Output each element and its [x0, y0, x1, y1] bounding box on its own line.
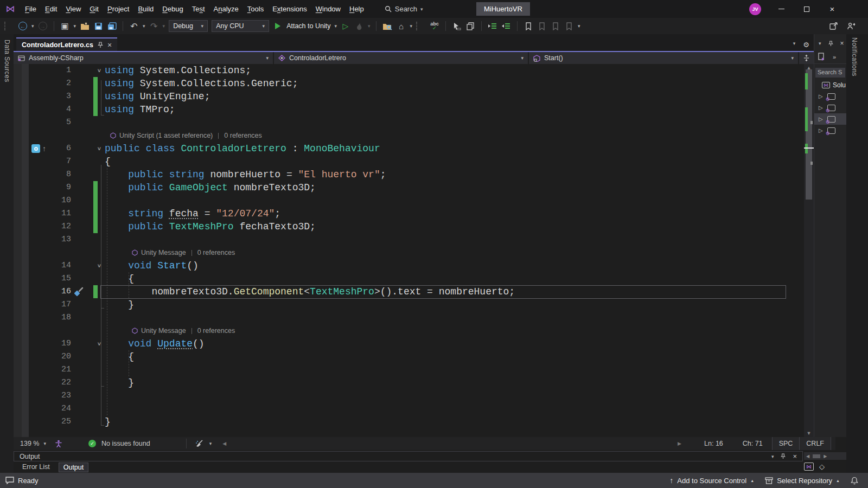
visual-studio-feedback-icon[interactable]: ⋈ — [804, 463, 814, 471]
open-folder-button[interactable] — [80, 20, 90, 32]
codelens-references[interactable]: 0 references — [224, 132, 261, 139]
solution-search-input[interactable]: Search S — [815, 68, 845, 78]
code-text[interactable]: } — [105, 415, 111, 428]
panel-dropdown-icon[interactable]: ▾ — [771, 454, 774, 459]
indentation-indicator[interactable]: SPC — [772, 437, 800, 450]
code-text[interactable]: public class ControladorLetrero : MonoBe… — [105, 142, 380, 155]
project-dropdown[interactable]: Assembly-CSharp ▾ — [14, 52, 274, 64]
code-editor[interactable]: 1∨using System.Collections;2using System… — [14, 64, 804, 437]
codelens-label[interactable]: Unity Script (1 asset reference) — [119, 132, 213, 139]
split-editor-button[interactable] — [799, 52, 814, 64]
undo-button[interactable]: ↶ — [129, 20, 139, 32]
pin-tab-icon[interactable] — [98, 42, 103, 48]
hscroll-left-icon[interactable]: ◀ — [222, 441, 226, 446]
solution-item-project-4[interactable]: ▷ — [814, 125, 846, 136]
menu-git[interactable]: Git — [85, 5, 103, 13]
health-indicator-icon[interactable]: ✓ — [88, 440, 96, 447]
new-project-button[interactable]: ▣ — [60, 20, 70, 32]
send-feedback-icon[interactable] — [829, 20, 839, 32]
zoom-select[interactable]: 139 %▾ — [18, 440, 48, 447]
panel-close-icon[interactable]: × — [793, 452, 797, 460]
panel-pin-icon[interactable] — [828, 41, 833, 47]
live-share-icon[interactable] — [846, 20, 856, 32]
scroll-down-icon[interactable]: ▼ — [804, 431, 814, 436]
codelens-label[interactable]: Unity Message — [141, 249, 186, 256]
code-text[interactable]: using System.Collections; — [105, 64, 251, 77]
expand-chevron-icon[interactable]: ▷ — [819, 116, 823, 122]
save-all-button[interactable] — [107, 20, 117, 32]
scroll-left-icon[interactable]: ◀ — [806, 454, 809, 459]
line-ending-indicator[interactable]: CRLF — [799, 437, 831, 450]
tab-controladorletrero[interactable]: ControladorLetrero.cs × — [16, 37, 117, 51]
code-text[interactable]: string fecha = "12/07/24"; — [105, 207, 280, 220]
navigate-back-dropdown-icon[interactable]: ▾ — [31, 23, 34, 29]
menu-window[interactable]: Window — [311, 5, 345, 13]
send-a-smile-icon[interactable]: ◇ — [819, 463, 825, 471]
spell-check-icon[interactable]: abc ✓ — [430, 20, 439, 32]
increase-indent-icon[interactable] — [501, 20, 511, 32]
type-dropdown[interactable]: ControladorLetrero ▾ — [274, 52, 529, 64]
solution-item-project-2[interactable]: ▷ — [814, 102, 846, 113]
hscroll-right-icon[interactable]: ▶ — [678, 441, 681, 446]
menu-extensions[interactable]: Extensions — [268, 5, 311, 13]
tab-output[interactable]: Output — [59, 463, 89, 472]
search-control[interactable]: Search ▾ — [385, 5, 423, 13]
select-repository-button[interactable]: Select Repository ▲ — [765, 477, 840, 485]
panel-dropdown-icon[interactable]: ▾ — [819, 41, 821, 46]
data-sources-tab[interactable]: Data Sources — [3, 40, 11, 82]
menu-test[interactable]: Test — [188, 5, 209, 13]
start-without-debugging-icon[interactable]: ▷ — [341, 20, 350, 32]
output-panel-header[interactable]: Output ▾ × — [14, 451, 803, 461]
menu-edit[interactable]: Edit — [41, 5, 61, 13]
panel-close-icon[interactable]: × — [840, 40, 844, 47]
code-text[interactable]: public GameObject nombreTexto3D; — [105, 181, 316, 194]
toolbar-overflow-icon[interactable]: ▾ — [578, 23, 580, 29]
solution-item-project-3[interactable]: ▷ — [814, 113, 846, 125]
avatar[interactable]: JV — [749, 3, 761, 15]
code-cleanup-dropdown-icon[interactable]: ▾ — [209, 441, 212, 446]
solution-root-item[interactable]: ⋈ Solu — [814, 80, 846, 91]
fold-chevron-icon[interactable]: ∨ — [95, 260, 104, 271]
scrollbar-thumb[interactable] — [813, 454, 820, 458]
solution-item-project-1[interactable]: ▷ — [814, 91, 846, 102]
issues-status[interactable]: No issues found — [101, 440, 150, 447]
notifications-tab[interactable]: Notifications — [851, 37, 858, 76]
minimize-button[interactable] — [776, 4, 787, 15]
code-text[interactable]: void Update() — [105, 337, 205, 350]
attach-dropdown-icon[interactable]: ▾ — [334, 23, 337, 29]
code-text[interactable]: } — [105, 298, 134, 311]
menu-debug[interactable]: Debug — [158, 5, 187, 13]
panel-horizontal-scrollbar[interactable]: ◀ ▶ — [804, 452, 846, 460]
fold-chevron-icon[interactable]: ∨ — [95, 143, 104, 153]
quick-actions-screwdriver-icon[interactable] — [73, 286, 84, 297]
solution-configuration-select[interactable]: Debug▾ — [169, 20, 208, 32]
solution-platform-select[interactable]: Any CPU▾ — [212, 20, 269, 32]
search-dropdown-icon[interactable]: ▾ — [420, 7, 423, 12]
editor-options-gear-icon[interactable]: ⚙ — [803, 41, 809, 49]
panel-pin-icon[interactable] — [781, 453, 786, 459]
start-debug-icon[interactable] — [273, 20, 283, 32]
code-text[interactable]: using TMPro; — [105, 103, 175, 116]
member-dropdown[interactable]: Start() ▾ — [529, 52, 799, 64]
feedback-bubble-icon[interactable] — [5, 477, 14, 484]
paste-append-icon[interactable] — [465, 20, 475, 32]
toolbar-grip[interactable] — [4, 22, 14, 30]
solution-home-icon[interactable]: ⌂ — [396, 20, 406, 32]
close-button[interactable]: × — [827, 4, 838, 15]
decrease-indent-icon[interactable] — [488, 20, 497, 32]
code-text[interactable]: public string nombreHuerto = "El huerto … — [105, 168, 386, 181]
menu-project[interactable]: Project — [103, 5, 133, 13]
toolbar-grip[interactable] — [416, 22, 426, 30]
code-text[interactable]: public TextMeshPro fechaTexto3D; — [105, 220, 316, 233]
code-text[interactable]: nombreTexto3D.GetComponent<TextMeshPro>(… — [105, 285, 515, 298]
menu-analyze[interactable]: Analyze — [209, 5, 243, 13]
code-cleanup-broom-icon[interactable] — [194, 438, 204, 450]
notifications-bell-icon[interactable] — [851, 477, 858, 485]
accessibility-icon[interactable] — [54, 438, 63, 450]
expand-chevron-icon[interactable]: ▷ — [819, 105, 823, 111]
expand-chevron-icon[interactable]: ▷ — [819, 127, 823, 133]
codelens-label[interactable]: Unity Message — [141, 327, 186, 335]
toggle-bookmark-icon[interactable] — [524, 20, 533, 32]
menu-file[interactable]: File — [21, 5, 41, 13]
find-in-files-icon[interactable] — [382, 20, 392, 32]
